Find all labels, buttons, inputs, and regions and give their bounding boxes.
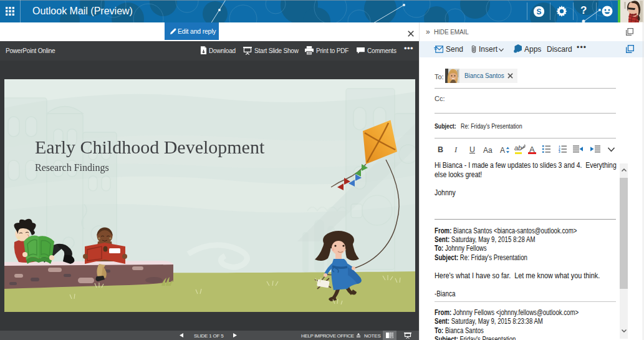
- svg-text:3: 3: [559, 150, 560, 153]
- svg-text:S: S: [536, 7, 541, 16]
- svg-text:Research Findings: Research Findings: [35, 162, 109, 173]
- svg-text:Early Childhood Development: Early Childhood Development: [35, 137, 265, 157]
